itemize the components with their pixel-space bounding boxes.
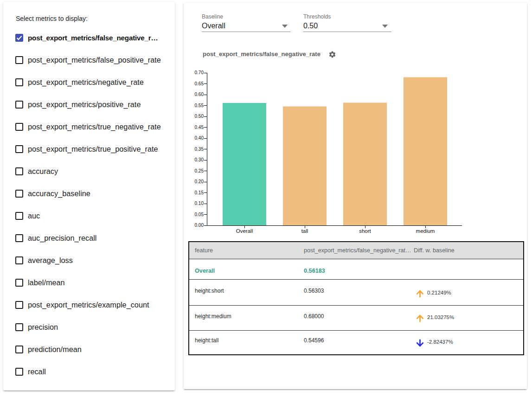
svg-text:0.60: 0.60 — [195, 92, 204, 97]
svg-text:0.25: 0.25 — [195, 168, 204, 173]
svg-text:0.00: 0.00 — [195, 223, 204, 228]
svg-text:medium: medium — [416, 228, 435, 234]
svg-text:Overall: Overall — [236, 228, 253, 234]
svg-text:0.20: 0.20 — [195, 179, 204, 184]
svg-text:0.45: 0.45 — [195, 125, 204, 130]
svg-text:0.35: 0.35 — [195, 147, 204, 152]
svg-text:0.55: 0.55 — [195, 103, 204, 108]
svg-text:0.70: 0.70 — [195, 70, 204, 75]
svg-text:0.40: 0.40 — [195, 135, 204, 141]
svg-text:0.10: 0.10 — [195, 201, 204, 206]
svg-text:short: short — [359, 228, 371, 234]
svg-text:0.30: 0.30 — [195, 157, 204, 162]
svg-text:tall: tall — [301, 228, 308, 234]
svg-text:0.15: 0.15 — [195, 190, 204, 195]
svg-text:0.05: 0.05 — [195, 212, 204, 217]
svg-text:0.50: 0.50 — [195, 114, 204, 119]
svg-text:0.65: 0.65 — [195, 81, 204, 86]
